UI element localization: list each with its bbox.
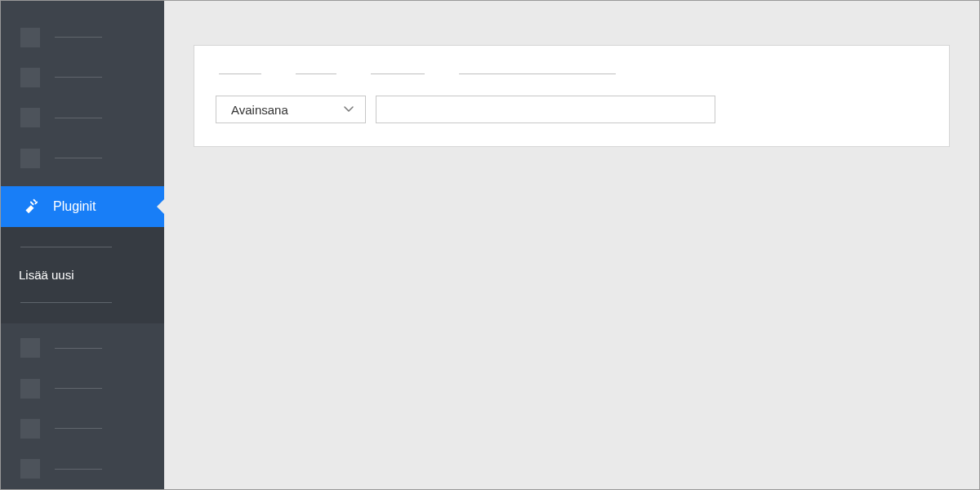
menu-label-placeholder	[55, 158, 102, 158]
menu-label-placeholder	[55, 118, 102, 118]
menu-label-placeholder	[55, 37, 102, 38]
menu-icon-placeholder	[20, 338, 40, 358]
main-content: Avainsana	[164, 1, 979, 489]
menu-label-placeholder	[55, 348, 102, 349]
menu-label-placeholder	[55, 428, 102, 429]
select-label: Avainsana	[231, 103, 288, 117]
filter-tab[interactable]	[459, 74, 616, 74]
svg-line-2	[35, 202, 37, 203]
plug-icon	[20, 198, 38, 216]
sidebar-item-plugins[interactable]: Pluginit	[1, 186, 164, 226]
sidebar-item-label: Pluginit	[53, 199, 96, 214]
filter-tabs	[216, 65, 928, 74]
sidebar-item[interactable]	[1, 368, 164, 408]
menu-label-placeholder	[55, 469, 102, 470]
submenu-item-label: Lisää uusi	[19, 268, 74, 282]
submenu-label-placeholder	[20, 302, 112, 303]
search-row: Avainsana	[216, 96, 928, 123]
plugins-submenu: Lisää uusi	[1, 227, 164, 323]
filter-tab[interactable]	[296, 74, 336, 74]
sidebar-item[interactable]	[1, 138, 164, 178]
submenu-item[interactable]	[1, 291, 164, 315]
sidebar: Pluginit Lisää uusi	[1, 1, 164, 489]
menu-icon-placeholder	[20, 149, 40, 168]
svg-line-1	[34, 200, 36, 202]
sidebar-item[interactable]	[1, 449, 164, 489]
menu-icon-placeholder	[20, 379, 40, 399]
menu-icon-placeholder	[20, 419, 40, 439]
sidebar-item[interactable]	[1, 57, 164, 97]
filter-tab[interactable]	[219, 74, 261, 74]
sidebar-item[interactable]	[1, 98, 164, 138]
submenu-label-placeholder	[20, 247, 112, 247]
search-input[interactable]	[376, 96, 715, 123]
sidebar-item[interactable]	[1, 328, 164, 368]
menu-icon-placeholder	[20, 68, 40, 87]
menu-icon-placeholder	[20, 28, 40, 47]
filter-panel: Avainsana	[194, 45, 950, 147]
filter-tab[interactable]	[371, 74, 425, 74]
menu-label-placeholder	[55, 77, 102, 78]
search-type-select[interactable]: Avainsana	[216, 96, 366, 123]
sidebar-item[interactable]	[1, 17, 164, 57]
submenu-item[interactable]	[1, 235, 164, 260]
sidebar-item[interactable]	[1, 408, 164, 448]
menu-label-placeholder	[55, 388, 102, 389]
submenu-item-add-new[interactable]: Lisää uusi	[1, 260, 164, 291]
menu-icon-placeholder	[20, 459, 40, 479]
menu-icon-placeholder	[20, 108, 40, 127]
svg-line-0	[31, 202, 33, 204]
chevron-down-icon	[344, 106, 354, 113]
